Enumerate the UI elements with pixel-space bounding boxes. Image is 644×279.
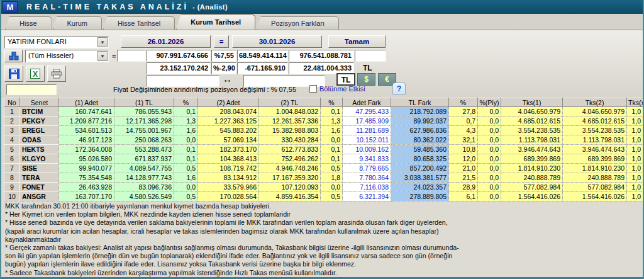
cell-adet-fark: 11.281.689 (343, 126, 391, 135)
column-header[interactable]: % (321, 98, 343, 107)
tab-kurum[interactable]: Kurum (53, 16, 102, 30)
save-button[interactable] (4, 65, 23, 82)
help-button[interactable]: ? (392, 83, 406, 94)
date-from-button[interactable]: 26.01.2026 (121, 35, 211, 48)
cell-tl-fark: 278.889.805 (391, 192, 449, 202)
total2-diff-field[interactable]: -671.165.910 (237, 62, 288, 74)
cell-no: 10 (4, 192, 20, 202)
currency-tl-button[interactable]: TL (336, 73, 355, 86)
cell-no: 3 (4, 126, 20, 135)
cell--2-adet: 108.719.742 (198, 164, 259, 173)
stock-filter-select[interactable]: (Tüm Hisseler) ▼ (25, 50, 109, 62)
window-subtitle: - (Analist) (192, 3, 228, 11)
table-row[interactable]: 3EREGL534.601.51314.755.001.9671,6545.88… (4, 126, 643, 135)
cell--: 1,6 (174, 173, 198, 183)
table-row[interactable]: 6KLGYO95.026.580671.837.9370,1104.368.41… (4, 154, 643, 164)
settlement-table: NoSenet(1) Adet(1) TL%(2) Adet(2) TL%Ade… (4, 98, 643, 202)
cell--2-adet: 170.028.564 (198, 192, 259, 202)
cell-tks-2-: 1.814.910.230 (563, 164, 627, 173)
total1-diff-field[interactable]: 68.549.414.114 (237, 50, 288, 62)
cell--1-tl: 786.055.943 (114, 107, 174, 117)
table-row[interactable]: 7SISE99.940.0774.089.547.7550,5108.719.7… (4, 164, 643, 173)
printer-icon (51, 69, 62, 79)
total1-amount2-field[interactable]: 976.541.088.781 (289, 50, 354, 62)
cell-tl-fark: 218.792.089 (391, 107, 449, 117)
tab-hisse-tarihsel[interactable]: Hisse Tarihsel (103, 16, 175, 30)
cell-tks-2-: 240.888.789 (563, 173, 627, 183)
date-to-button[interactable]: 30.01.2026 (232, 35, 322, 48)
result-input[interactable] (355, 50, 386, 62)
cell--2-tl: 107.120.093 (259, 183, 321, 192)
tab-hisse[interactable]: Hisse (5, 16, 52, 30)
total2-pct-field[interactable]: %-2,90 (211, 62, 236, 74)
export-excel-button[interactable]: X (26, 65, 45, 82)
cell--1-adet: 75.354.548 (59, 173, 114, 183)
column-header[interactable]: % (174, 98, 198, 107)
cell--: 0,1 (174, 107, 198, 117)
total1-pct-field[interactable]: %7,55 (211, 50, 236, 62)
cell-tl-fark: 80.362.022 (391, 135, 449, 145)
cell-senet: ANSGR (20, 192, 59, 202)
cell-tks-1-: 1.814.910.230 (501, 164, 563, 173)
table-row[interactable]: 10ANSGR163.707.1704.580.526.5490,5170.02… (4, 192, 643, 202)
chevron-down-icon[interactable]: ▼ (97, 51, 108, 61)
stock-group-button[interactable] (4, 50, 23, 62)
cell--1-adet: 26.463.928 (59, 183, 114, 192)
column-header[interactable]: (2) TL (259, 98, 321, 107)
column-header[interactable]: No (4, 98, 20, 107)
table-row[interactable]: 2PEKGY1.209.877.21612.171.365.2981,31.22… (4, 117, 643, 126)
window-title: REAL-TIME TAKAS ANALİZİ (26, 3, 189, 11)
date-equals-button[interactable]: = (214, 35, 229, 48)
cell--1-adet: 99.940.077 (59, 164, 114, 173)
cell--: 0,0 (321, 183, 343, 192)
cell-tks-x-: 1,0 (627, 135, 643, 145)
column-header[interactable]: Tks(x) (627, 98, 643, 107)
cell--1-adet: 1.209.877.216 (59, 117, 114, 126)
cell-adet-fark: 6.321.394 (343, 192, 391, 202)
cell--piy-: 0,0 (478, 145, 501, 154)
cell--1-tl: 14.128.977.743 (114, 173, 174, 183)
column-header[interactable]: (2) Adet (198, 98, 259, 107)
cell-no: 7 (4, 164, 20, 173)
cell--2-tl: 4.946.748.246 (259, 164, 321, 173)
print-button[interactable] (47, 65, 66, 82)
table-row[interactable]: 1BTCIM160.747.641786.055.9430,1208.043.0… (4, 107, 643, 117)
cell--: 1,6 (321, 126, 343, 135)
column-header[interactable]: (1) Adet (59, 98, 114, 107)
column-header[interactable]: (1) TL (114, 98, 174, 107)
code-input[interactable] (117, 50, 146, 62)
column-header[interactable]: TL Fark (391, 98, 449, 107)
split-effect-checkbox[interactable] (309, 85, 317, 93)
table-row[interactable]: 5HEKTS172.364.008553.288.4730,1182.373.1… (4, 145, 643, 154)
cell-tks-x-: 1,0 (627, 145, 643, 154)
table-row[interactable]: 4ODAS46.917.123250.068.2630,057.069.1343… (4, 135, 643, 145)
footer-line: son iki gün yapılan işlemlerin (örneğin … (5, 252, 641, 260)
cell-adet-fark: 17.485.909 (343, 117, 391, 126)
total1-amount-field[interactable]: 907.991.674.666 (147, 50, 211, 62)
tab-pozisyon-farkları[interactable]: Pozisyon Farkları (257, 16, 339, 30)
price-adjusted-note: Fiyat Değişiminden arındırılmış pozisyon… (113, 86, 296, 93)
chevron-down-icon[interactable]: ▼ (97, 37, 108, 47)
tab-kurum-tarihsel[interactable]: Kurum Tarihsel (176, 14, 255, 30)
cell-adet-fark: 10.152.011 (343, 135, 391, 145)
cell-tks-2-: 577.082.984 (563, 183, 627, 192)
total2-amount-field[interactable]: 23.152.170.242 (147, 62, 211, 74)
column-header[interactable]: Tks(2) (563, 98, 627, 107)
cell--: 0,5 (174, 192, 198, 202)
ok-button[interactable]: Tamam (328, 35, 386, 48)
category-select[interactable]: YATIRIM FONLARI ▼ (4, 36, 109, 48)
column-header[interactable]: Adet Fark (343, 98, 391, 107)
column-header[interactable]: %(Piy) (478, 98, 501, 107)
stock-filter-value: (Tüm Hisseler) (28, 52, 74, 59)
currency-usd-button[interactable]: $ (357, 73, 375, 86)
quick-filter-input[interactable] (6, 84, 57, 95)
cell--: 0,5 (174, 164, 198, 173)
table-row[interactable]: 9FONET26.463.92883.096.7360,033.579.9661… (4, 183, 643, 192)
cell-tks-2-: 1.113.798.031 (563, 135, 627, 145)
cell--1-adet: 160.747.641 (59, 107, 114, 117)
column-header[interactable]: Senet (20, 98, 59, 107)
table-row[interactable]: 8TERA75.354.54814.128.977.7431,683.134.9… (4, 173, 643, 183)
cell-adet-fark: 8.779.665 (343, 164, 391, 173)
column-header[interactable]: % (449, 98, 478, 107)
column-header[interactable]: Tks(1) (501, 98, 563, 107)
